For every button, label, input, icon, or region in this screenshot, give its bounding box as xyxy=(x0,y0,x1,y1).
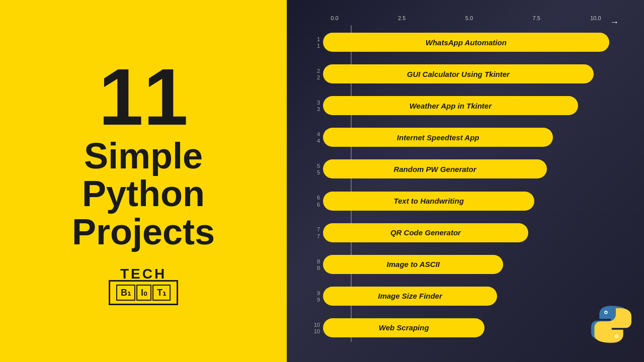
x-arrow: → xyxy=(610,17,619,28)
bar-row: 22GUI Calculator Using Tkinter xyxy=(307,61,634,88)
bars-area: 11WhatsApp Automation22GUI Calculator Us… xyxy=(307,29,634,342)
bar-fill: Internet Speedtest App xyxy=(323,128,553,147)
bar-label: Text to Handwriting xyxy=(393,197,463,205)
bar-label: Image to ASCII xyxy=(387,260,440,268)
bar-fill: Weather App in Tkinter xyxy=(323,96,578,115)
logo-cell-t: T₁ xyxy=(152,285,171,301)
logo-cell-i: I₀ xyxy=(136,285,151,301)
python-logo xyxy=(589,302,634,347)
bar-row: 99Image Size Finder xyxy=(307,283,634,310)
svg-point-1 xyxy=(605,312,607,313)
bar-label: WhatsApp Automation xyxy=(426,38,507,47)
logo-box: B₁ I₀ T₁ xyxy=(109,280,178,305)
right-panel: 0.0 2.5 5.0 7.5 10.0 → 11WhatsApp Automa… xyxy=(287,0,644,362)
bar-fill: Image to ASCII xyxy=(323,255,503,274)
left-panel: 11 Simple Python Projects TECH B₁ I₀ T₁ xyxy=(0,0,287,362)
bar-fill: Text to Handwriting xyxy=(323,192,534,211)
bar-label: GUI Calculator Using Tkinter xyxy=(407,70,510,78)
x-label-75: 7.5 xyxy=(533,15,540,21)
bar-row: 11WhatsApp Automation xyxy=(307,29,634,56)
logo-cell-b: B₁ xyxy=(116,285,135,301)
bar-row: 88Image to ASCII xyxy=(307,251,634,279)
bar-label: Random PW Generator xyxy=(393,165,476,173)
row-index: 66 xyxy=(307,195,323,208)
bar-track: Web Scraping xyxy=(323,318,634,338)
bar-track: GUI Calculator Using Tkinter xyxy=(323,64,634,84)
x-label-0: 0.0 xyxy=(331,15,338,21)
bar-track: QR Code Generator xyxy=(323,223,634,243)
bar-track: Text to Handwriting xyxy=(323,192,634,212)
row-index: 99 xyxy=(307,290,323,303)
x-label-100: 10.0 xyxy=(590,15,601,21)
row-index: 44 xyxy=(307,131,323,144)
svg-point-3 xyxy=(616,335,617,337)
bar-fill: Image Size Finder xyxy=(323,287,497,306)
x-label-50: 5.0 xyxy=(465,15,473,21)
row-index: 88 xyxy=(307,258,323,272)
bar-fill: Web Scraping xyxy=(323,318,485,337)
bar-row: 1010Web Scraping xyxy=(307,315,634,342)
bar-track: Random PW Generator xyxy=(323,159,634,179)
row-index: 11 xyxy=(307,36,323,49)
row-index: 33 xyxy=(307,100,323,113)
bar-row: 66Text to Handwriting xyxy=(307,188,634,215)
bar-track: Image Size Finder xyxy=(323,287,634,307)
bar-row: 44Internet Speedtest App xyxy=(307,124,634,151)
bar-label: Web Scraping xyxy=(379,323,429,332)
row-index: 55 xyxy=(307,163,323,176)
bar-fill: QR Code Generator xyxy=(323,223,528,242)
bar-track: Image to ASCII xyxy=(323,255,634,275)
title-text: Simple Python Projects xyxy=(72,137,215,251)
bar-row: 55Random PW Generator xyxy=(307,156,634,183)
bar-fill: WhatsApp Automation xyxy=(323,33,609,52)
chart-container: 0.0 2.5 5.0 7.5 10.0 → 11WhatsApp Automa… xyxy=(307,15,634,342)
bar-fill: Random PW Generator xyxy=(323,159,547,178)
bar-track: Internet Speedtest App xyxy=(323,128,634,148)
bar-label: Internet Speedtest App xyxy=(397,133,479,142)
bar-label: QR Code Generator xyxy=(390,228,461,237)
row-index: 77 xyxy=(307,226,323,239)
row-index: 22 xyxy=(307,68,323,81)
bar-label: Weather App in Tkinter xyxy=(410,102,492,110)
bar-fill: GUI Calculator Using Tkinter xyxy=(323,64,594,83)
x-label-25: 2.5 xyxy=(398,15,406,21)
x-axis: 0.0 2.5 5.0 7.5 10.0 xyxy=(335,15,604,25)
bar-label: Image Size Finder xyxy=(378,292,442,300)
big-number: 11 xyxy=(99,57,188,137)
bar-track: Weather App in Tkinter xyxy=(323,96,634,116)
bar-track: WhatsApp Automation xyxy=(323,33,634,53)
bar-row: 77QR Code Generator xyxy=(307,220,634,247)
row-index: 1010 xyxy=(307,322,323,335)
logo-area: TECH B₁ I₀ T₁ xyxy=(109,266,178,305)
bar-row: 33Weather App in Tkinter xyxy=(307,93,634,120)
